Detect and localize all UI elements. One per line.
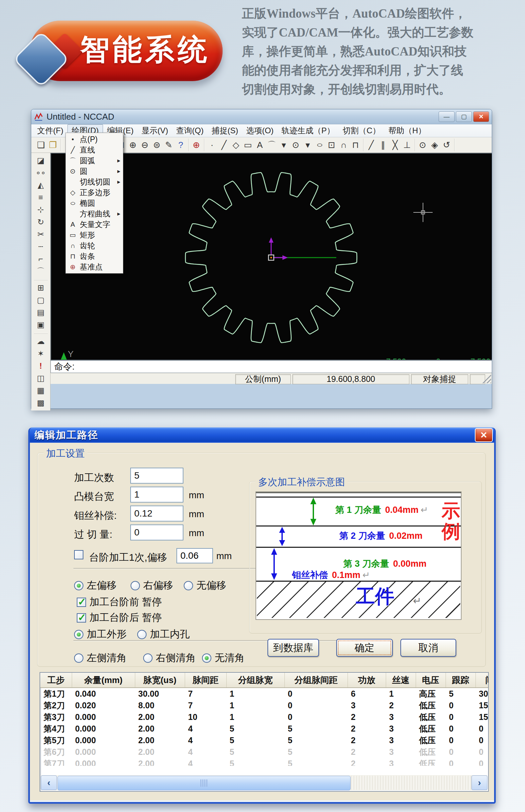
menu-item[interactable]: 切割（C） xyxy=(339,124,384,137)
column-header[interactable]: 分组脉间距 xyxy=(284,673,348,688)
draw-menu-item-arc[interactable]: ⌒圆弧▸ xyxy=(66,155,123,166)
fillet-icon[interactable]: ⌒ xyxy=(34,265,48,277)
scroll-right-button[interactable]: › xyxy=(471,776,487,790)
redraw-icon[interactable]: ✎ xyxy=(163,139,175,151)
pattern-icon[interactable]: ▩ xyxy=(34,397,48,409)
shape-option[interactable]: 加工内孔 xyxy=(137,628,190,641)
draw-menu-item-polygon[interactable]: ◇正多边形 xyxy=(66,187,123,198)
rotate-snap-icon[interactable]: ↺ xyxy=(440,139,453,151)
ok-button[interactable]: 确定 xyxy=(336,639,393,657)
field-input[interactable]: 1 xyxy=(130,487,183,503)
circles-icon[interactable]: ∘∘ xyxy=(34,166,48,179)
shape-option[interactable]: 加工外形 xyxy=(74,628,126,641)
copy-select-icon[interactable]: ▤ xyxy=(34,306,48,319)
menu-item[interactable]: 文件(F) xyxy=(33,124,68,137)
column-header[interactable]: 功放 xyxy=(348,673,386,688)
arc-more-icon[interactable]: ▾ xyxy=(278,139,290,151)
draw-menu-item-vector-text[interactable]: A矢量文字 xyxy=(66,219,123,230)
cloud-icon[interactable]: ☁ xyxy=(34,334,48,347)
zoom-out-icon[interactable]: ⊖ xyxy=(139,139,151,151)
erase-icon[interactable]: ◪ xyxy=(34,154,48,166)
pause-option[interactable]: 加工台阶前 暂停 xyxy=(77,595,162,609)
draw-menu-item-datum-point[interactable]: ⊕基准点 xyxy=(66,262,123,272)
draw-menu-item-equation-curve[interactable]: 方程曲线▸ xyxy=(66,208,123,219)
minimize-button[interactable]: — xyxy=(439,111,454,122)
menu-item[interactable]: 轨迹生成（P） xyxy=(278,124,339,137)
table-row[interactable]: 第4刀0.0002.0045523低压00 xyxy=(40,723,488,735)
draw-menu-item-circle[interactable]: ⊙圆▸ xyxy=(66,166,123,177)
gear-tool-icon[interactable]: ∩ xyxy=(338,139,349,151)
tangent-line-icon[interactable]: ╱ xyxy=(365,139,377,151)
title-bar[interactable]: Untitled - NCCAD —▢✕ xyxy=(31,109,492,124)
ole-icon[interactable]: ▦ xyxy=(34,384,48,397)
column-header[interactable]: 电压 xyxy=(416,673,446,688)
offset-icon[interactable]: ≡ xyxy=(34,191,48,203)
table-row[interactable]: 第5刀0.0002.0045523低压00 xyxy=(40,735,488,746)
diamond-snap-icon[interactable]: ◈ xyxy=(429,139,440,151)
draw-menu-item-line[interactable]: ╱直线 xyxy=(66,145,123,155)
mirror-icon[interactable]: ◭ xyxy=(34,179,48,191)
cancel-button[interactable]: 取消 xyxy=(400,639,456,657)
column-header[interactable]: 脉宽(us) xyxy=(135,673,185,688)
text-tool-icon[interactable]: A xyxy=(254,139,266,151)
draw-menu-item-ellipse[interactable]: ○椭圆 xyxy=(66,198,123,208)
column-header[interactable]: 余量(mm) xyxy=(72,673,135,688)
command-line[interactable]: 命令: xyxy=(50,360,492,373)
array-icon[interactable]: ⊞ xyxy=(34,280,48,294)
parallel-line-icon[interactable]: ∥ xyxy=(377,139,389,151)
dialog-title-bar[interactable]: 编辑加工路径 ✕ xyxy=(30,427,494,443)
column-header[interactable]: 分组脉宽 xyxy=(226,673,284,688)
arc-tool-icon[interactable]: ⌒ xyxy=(266,139,278,151)
rotate-icon[interactable]: ↻ xyxy=(34,216,48,228)
trim-icon[interactable]: ✂ xyxy=(34,228,48,240)
offset-option[interactable]: 无偏移 xyxy=(184,579,226,592)
draw-menu-item-rectangle[interactable]: ▭矩形 xyxy=(66,230,123,240)
rack-tool-icon[interactable]: ⊓ xyxy=(349,139,361,151)
new-file-icon[interactable]: ❏ xyxy=(35,139,47,151)
status-snap[interactable]: 对象捕捉 xyxy=(411,374,468,384)
corner-option[interactable]: 右侧清角 xyxy=(143,651,196,665)
window-select-icon[interactable]: ▢ xyxy=(34,294,48,306)
column-header[interactable]: 工步 xyxy=(40,673,72,688)
column-header[interactable]: 丝速 xyxy=(386,673,416,688)
snap-center-icon[interactable]: ⊕ xyxy=(190,139,202,151)
column-header[interactable]: 间 xyxy=(476,673,488,688)
field-input[interactable]: 0 xyxy=(130,525,183,541)
help-icon[interactable]: ? xyxy=(175,139,187,151)
field-input[interactable]: 5 xyxy=(130,468,183,484)
step-input[interactable]: 0.06 xyxy=(177,548,213,563)
corner-option[interactable]: 无清角 xyxy=(202,651,244,665)
scroll-left-button[interactable]: ‹ xyxy=(41,776,57,790)
image-icon[interactable]: ◫ xyxy=(34,372,48,384)
alert-icon[interactable]: ! xyxy=(34,360,48,372)
zoom-in-icon[interactable]: ⊕ xyxy=(127,139,139,151)
table-row[interactable]: 第1刀0.04030.0071061高压530 xyxy=(40,688,488,700)
explode-icon[interactable]: ✶ xyxy=(34,347,48,360)
table-row[interactable]: 第6刀0.0002.0045523低压00 xyxy=(40,746,488,758)
to-database-button[interactable]: 到数据库 xyxy=(268,639,319,657)
line-tool-icon[interactable]: ╱ xyxy=(218,139,230,151)
draw-menu-item-tangent-circle[interactable]: 切线切圆▸ xyxy=(66,177,123,187)
step-checkbox[interactable] xyxy=(74,550,84,559)
circle-tool-icon[interactable]: ⊙ xyxy=(290,139,302,151)
menu-item[interactable]: 帮助（H） xyxy=(385,124,430,137)
scroll-track[interactable] xyxy=(57,776,471,790)
menu-item[interactable]: 捕捉(S) xyxy=(208,124,242,137)
polygon-tool-icon[interactable]: ◇ xyxy=(230,139,242,151)
column-header[interactable]: 跟踪 xyxy=(446,673,476,688)
draw-menu-item-gear[interactable]: ∩齿轮 xyxy=(66,240,123,251)
chamfer-icon[interactable]: ⌐ xyxy=(34,253,48,265)
break-icon[interactable]: ┄ xyxy=(34,240,48,253)
point-tool-icon[interactable]: · xyxy=(206,139,218,151)
dialog-close-button[interactable]: ✕ xyxy=(475,428,493,442)
perpendicular-icon[interactable]: ⊥ xyxy=(401,139,413,151)
close-button[interactable]: ✕ xyxy=(473,111,489,122)
zoom-extents-icon[interactable]: ⊜ xyxy=(151,139,163,151)
center-circle-icon[interactable]: ⊙ xyxy=(417,139,429,151)
rect-tool-icon[interactable]: ▭ xyxy=(242,139,254,151)
column-header[interactable]: 脉间距 xyxy=(185,673,226,688)
cross-trim-icon[interactable]: ╳ xyxy=(389,139,401,151)
draw-menu-item-rack[interactable]: ⊓齿条 xyxy=(66,251,123,262)
offset-option[interactable]: 左偏移 xyxy=(74,579,117,592)
offset-option[interactable]: 右偏移 xyxy=(131,579,173,592)
